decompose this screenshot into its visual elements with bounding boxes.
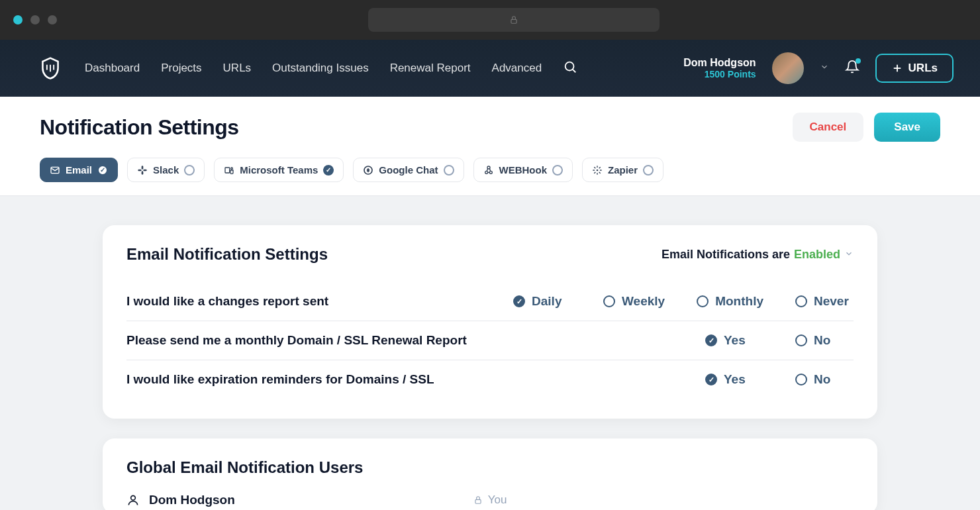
channel-indicator — [552, 165, 563, 176]
radio-label: Monthly — [715, 294, 763, 309]
radio-indicator — [795, 295, 807, 307]
slack-icon — [137, 165, 148, 176]
svg-rect-6 — [142, 166, 144, 169]
nav-outstanding-issues[interactable]: Outstanding Issues — [272, 62, 369, 75]
radio-option-no[interactable]: No — [795, 333, 854, 348]
traffic-light-1[interactable] — [13, 15, 23, 25]
user-info: Dom Hodgson 1500 Points — [683, 57, 756, 79]
svg-point-17 — [131, 495, 136, 500]
channel-tab-label: Email — [66, 164, 92, 176]
email-card-title: Email Notification Settings — [126, 245, 328, 264]
svg-rect-10 — [225, 168, 230, 173]
status-prefix: Email Notifications are — [662, 248, 790, 262]
avatar[interactable] — [772, 52, 804, 84]
radio-indicator — [603, 295, 615, 307]
nav-urls[interactable]: URLs — [223, 62, 252, 75]
url-bar[interactable] — [368, 8, 660, 32]
email-settings-card: Email Notification Settings Email Notifi… — [103, 225, 877, 419]
radio-indicator — [697, 295, 709, 307]
users-card-title: Global Email Notification Users — [126, 458, 854, 477]
notifications-button[interactable] — [845, 60, 859, 77]
user-you-label: You — [488, 493, 507, 507]
svg-point-13 — [485, 171, 487, 174]
channel-tab-google-chat[interactable]: Google Chat — [353, 158, 464, 182]
channel-indicator — [97, 165, 108, 176]
setting-options: YesNo — [705, 333, 854, 348]
channel-indicator — [444, 165, 454, 176]
channel-tab-label: Google Chat — [379, 164, 438, 176]
search-button[interactable] — [563, 60, 577, 77]
channel-indicator — [184, 165, 195, 176]
webhook-icon — [483, 165, 494, 176]
radio-label: No — [814, 333, 830, 348]
page-header: Notification Settings Cancel Save EmailS… — [0, 97, 980, 196]
svg-rect-9 — [143, 169, 146, 171]
setting-options: YesNo — [705, 372, 854, 387]
radio-option-daily[interactable]: Daily — [513, 294, 571, 309]
browser-chrome — [0, 0, 980, 40]
nav-projects[interactable]: Projects — [161, 62, 201, 75]
channel-tab-microsoft-teams[interactable]: Microsoft Teams — [214, 158, 344, 182]
traffic-light-2[interactable] — [30, 15, 40, 25]
microsoft-teams-icon — [224, 165, 234, 176]
search-icon — [563, 60, 577, 74]
user-menu-dropdown[interactable] — [820, 62, 829, 74]
radio-option-weekly[interactable]: Weekly — [603, 294, 665, 309]
radio-indicator — [795, 374, 807, 385]
zapier-icon — [592, 165, 603, 176]
svg-point-14 — [489, 171, 492, 174]
radio-option-yes[interactable]: Yes — [705, 333, 763, 348]
channel-tab-webhook[interactable]: WEBHook — [473, 158, 573, 182]
channel-tabs: EmailSlackMicrosoft TeamsGoogle ChatWEBH… — [40, 158, 940, 182]
content: Email Notification Settings Email Notifi… — [0, 196, 980, 510]
user-you-tag: You — [473, 493, 507, 507]
radio-option-yes[interactable]: Yes — [705, 372, 763, 387]
cancel-button[interactable]: Cancel — [793, 113, 864, 142]
channel-indicator — [323, 165, 334, 176]
nav-right: Dom Hodgson 1500 Points URLs — [683, 52, 954, 84]
channel-tab-zapier[interactable]: Zapier — [582, 158, 663, 182]
add-urls-label: URLs — [908, 62, 938, 75]
svg-point-11 — [231, 168, 233, 170]
window-controls — [13, 15, 57, 25]
traffic-light-3[interactable] — [48, 15, 57, 25]
radio-option-monthly[interactable]: Monthly — [697, 294, 763, 309]
channel-tab-slack[interactable]: Slack — [127, 158, 205, 182]
person-icon — [126, 493, 140, 507]
nav-advanced[interactable]: Advanced — [492, 62, 542, 75]
radio-label: Never — [814, 294, 849, 309]
logo[interactable] — [40, 56, 64, 80]
setting-row: Please send me a monthly Domain / SSL Re… — [126, 321, 854, 360]
channel-tab-label: Microsoft Teams — [240, 164, 318, 176]
channel-tab-email[interactable]: Email — [40, 158, 118, 182]
setting-row: I would like expiration reminders for Do… — [126, 360, 854, 399]
save-button[interactable]: Save — [874, 113, 940, 142]
email-icon — [50, 165, 60, 176]
chevron-down-icon — [820, 62, 829, 72]
users-card: Global Email Notification Users Dom Hodg… — [103, 438, 877, 510]
top-nav: Dashboard Projects URLs Outstanding Issu… — [0, 40, 980, 97]
radio-option-never[interactable]: Never — [795, 294, 854, 309]
radio-option-no[interactable]: No — [795, 372, 854, 387]
user-name: Dom Hodgson — [683, 57, 756, 69]
setting-options: DailyWeeklyMonthlyNever — [513, 294, 854, 309]
setting-label: I would like a changes report sent — [126, 294, 513, 309]
plus-icon — [891, 62, 903, 74]
setting-row: I would like a changes report sentDailyW… — [126, 282, 854, 321]
radio-indicator — [705, 374, 717, 385]
nav-renewal-report[interactable]: Renewal Report — [390, 62, 471, 75]
notifications-status-toggle[interactable]: Email Notifications are Enabled — [662, 248, 854, 262]
svg-rect-0 — [511, 19, 516, 23]
radio-label: No — [814, 372, 830, 387]
svg-rect-8 — [138, 169, 141, 171]
add-urls-button[interactable]: URLs — [875, 54, 954, 83]
setting-label: Please send me a monthly Domain / SSL Re… — [126, 333, 705, 348]
status-value: Enabled — [794, 248, 840, 262]
radio-label: Yes — [724, 372, 746, 387]
notification-dot — [856, 58, 861, 64]
svg-rect-7 — [142, 171, 144, 174]
lock-icon — [509, 15, 518, 25]
user-row-name: Dom Hodgson — [149, 493, 235, 507]
nav-dashboard[interactable]: Dashboard — [85, 62, 140, 75]
google-chat-icon — [363, 165, 373, 176]
